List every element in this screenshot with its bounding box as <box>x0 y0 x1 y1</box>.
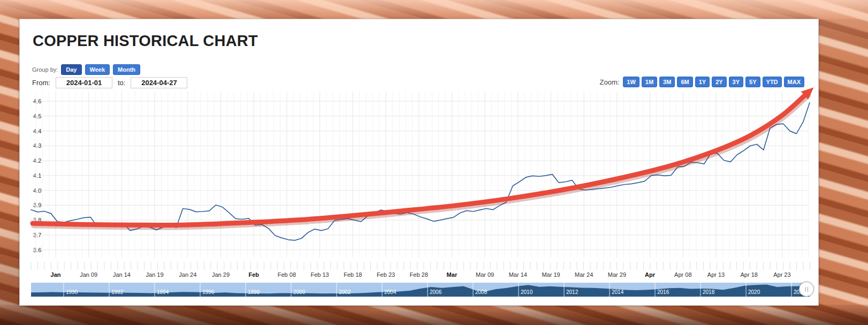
range-navigator[interactable]: 1990199219941996199820002002200420062008… <box>31 283 810 297</box>
y-axis-label: 4.3 <box>33 142 41 149</box>
to-label: to: <box>118 79 125 87</box>
copper-background-bottom <box>0 305 868 325</box>
navigator-year-label: 2010 <box>521 289 533 295</box>
x-axis-label: Jan <box>51 271 61 278</box>
navigator-drag-handle-icon[interactable] <box>799 282 814 297</box>
zoom-buttons: 1W1M3M6M1Y2Y3Y5YYTDMAX <box>623 77 804 87</box>
zoom-button-1y[interactable]: 1Y <box>695 77 710 87</box>
x-axis-label: Feb 23 <box>377 271 395 278</box>
x-axis-label: Apr 13 <box>707 271 725 278</box>
x-axis-label: Feb 13 <box>310 271 329 278</box>
x-axis-label: Feb 28 <box>410 271 428 278</box>
x-axis-label: Apr <box>645 271 655 278</box>
zoom-button-1w[interactable]: 1W <box>623 77 639 87</box>
navigator-year-label: 2008 <box>475 289 488 295</box>
x-axis-label: Mar 09 <box>476 271 494 278</box>
zoom-button-5y[interactable]: 5Y <box>745 77 760 87</box>
zoom-button-1m[interactable]: 1M <box>642 77 657 87</box>
price-chart-plot-area[interactable]: 3.63.73.83.94.04.14.24.34.44.54.6 <box>31 92 810 274</box>
x-axis-label: Mar 29 <box>608 271 626 278</box>
y-axis-label: 4.2 <box>33 157 41 164</box>
navigator-year-label: 2000 <box>293 289 306 295</box>
navigator-year-label: 2020 <box>748 289 760 295</box>
zoom-button-2y[interactable]: 2Y <box>712 77 726 87</box>
y-axis-label: 3.9 <box>33 202 41 208</box>
x-axis-label: Apr 08 <box>674 271 691 278</box>
y-axis-label: 4.5 <box>33 113 41 119</box>
navigator-year-label: 1994 <box>157 289 169 295</box>
x-axis-label: Feb 08 <box>278 271 296 278</box>
zoom-label: Zoom: <box>599 78 619 86</box>
group-by-buttons: DayWeekMonth <box>61 64 140 75</box>
group-by-label: Group by: <box>32 66 58 73</box>
y-axis-label: 4.4 <box>33 128 41 134</box>
navigator-year-label: 2004 <box>384 289 397 295</box>
x-axis-labels: JanJan 09Jan 14Jan 19Jan 24Jan 29FebFeb … <box>31 271 810 280</box>
navigator-year-label: 2016 <box>657 289 669 295</box>
x-axis-label: Jan 24 <box>179 271 196 278</box>
navigator-year-label: 2002 <box>339 289 351 295</box>
navigator-year-label: 1996 <box>202 289 215 295</box>
copper-background-top <box>0 0 868 19</box>
x-axis-label: Feb 18 <box>344 271 362 278</box>
y-axis-label: 4.6 <box>33 98 41 104</box>
date-range-row: From: to: <box>32 77 187 88</box>
navigator-year-label: 1992 <box>111 289 124 295</box>
x-axis-label: Feb <box>248 271 259 278</box>
page-title: COPPER HISTORICAL CHART <box>33 32 258 50</box>
navigator-year-label: 1990 <box>66 289 78 295</box>
group-by-row: Group by: DayWeekMonth <box>32 64 140 75</box>
group-by-button-month[interactable]: Month <box>113 64 140 75</box>
y-axis-label: 4.1 <box>33 172 41 179</box>
x-axis-label: Jan 09 <box>80 271 97 278</box>
x-axis-label: Mar 14 <box>509 271 527 278</box>
y-axis-label: 3.7 <box>33 232 41 238</box>
y-axis-label: 4.0 <box>33 187 41 194</box>
x-axis-label: Jan 14 <box>113 271 131 278</box>
zoom-button-ytd[interactable]: YTD <box>763 77 782 87</box>
from-date-input[interactable] <box>56 77 112 88</box>
x-axis-label: Mar 19 <box>542 271 560 278</box>
zoom-row: Zoom: 1W1M3M6M1Y2Y3Y5YYTDMAX <box>599 77 804 87</box>
to-date-input[interactable] <box>131 77 187 88</box>
zoom-button-3m[interactable]: 3M <box>659 77 675 87</box>
x-axis-label: Mar 24 <box>575 271 593 278</box>
group-by-button-day[interactable]: Day <box>61 64 81 75</box>
trend-arrow-annotation <box>33 87 814 227</box>
x-axis-label: Jan 29 <box>212 271 230 278</box>
navigator-year-label: 2014 <box>612 289 624 295</box>
x-axis-label: Mar <box>447 271 458 278</box>
x-axis-label: Jan 19 <box>146 271 164 278</box>
zoom-button-max[interactable]: MAX <box>784 77 804 87</box>
x-axis-label: Apr 18 <box>740 271 757 278</box>
from-label: From: <box>32 79 50 87</box>
y-axis-label: 3.6 <box>33 247 41 253</box>
navigator-year-label: 1998 <box>248 289 260 295</box>
zoom-button-6m[interactable]: 6M <box>677 77 692 87</box>
group-by-button-week[interactable]: Week <box>85 64 110 75</box>
chart-card: COPPER HISTORICAL CHART Group by: DayWee… <box>19 19 819 306</box>
x-axis-label: Apr 23 <box>773 271 790 278</box>
zoom-button-3y[interactable]: 3Y <box>729 77 743 87</box>
navigator-year-label: 2012 <box>566 289 578 295</box>
copper-price-line <box>31 103 810 240</box>
navigator-year-label: 2006 <box>430 289 442 295</box>
navigator-year-label: 2018 <box>703 289 715 295</box>
